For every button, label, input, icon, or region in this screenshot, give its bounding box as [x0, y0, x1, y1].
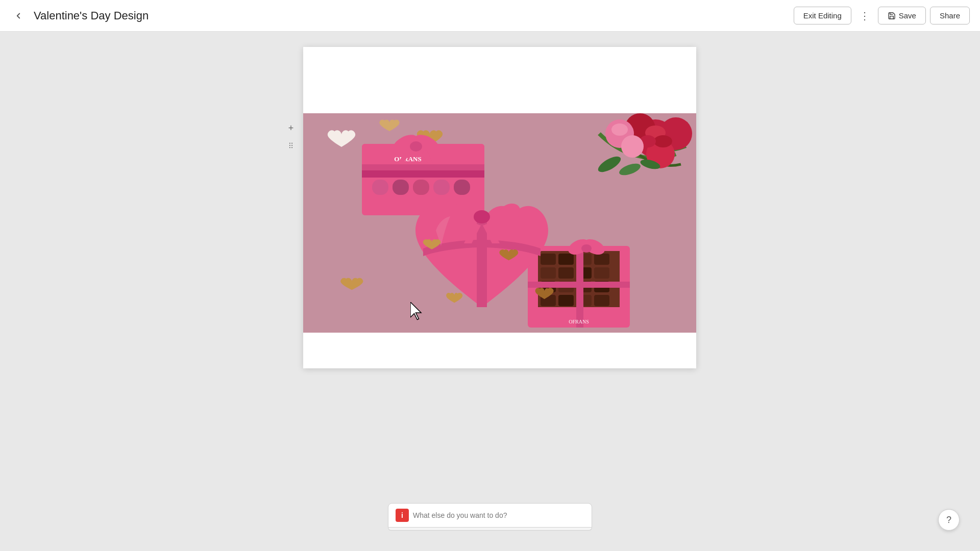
- svg-rect-27: [558, 267, 574, 279]
- svg-rect-9: [362, 164, 484, 170]
- prompt-input[interactable]: [413, 511, 584, 519]
- image-block[interactable]: OFRANS: [303, 113, 696, 333]
- share-button[interactable]: Share: [930, 7, 970, 24]
- svg-rect-12: [393, 180, 409, 195]
- svg-rect-11: [372, 180, 388, 195]
- exit-editing-button[interactable]: Exit Editing: [794, 7, 851, 24]
- prompt-icon: i: [396, 509, 409, 522]
- back-button[interactable]: [10, 8, 27, 24]
- svg-point-0: [289, 143, 290, 144]
- svg-text:OFRANS: OFRANS: [569, 319, 589, 324]
- header: Valentine's Day Design Exit Editing ⋮ Sa…: [0, 0, 980, 32]
- save-button[interactable]: Save: [878, 7, 926, 24]
- svg-point-4: [289, 147, 290, 148]
- svg-rect-37: [594, 295, 609, 306]
- svg-point-54: [611, 123, 628, 136]
- svg-rect-35: [558, 295, 574, 306]
- svg-point-3: [291, 145, 292, 146]
- svg-rect-23: [558, 254, 574, 265]
- svg-rect-39: [528, 282, 630, 288]
- svg-rect-10: [362, 170, 484, 178]
- help-button[interactable]: ?: [938, 509, 960, 531]
- add-block-button[interactable]: +: [284, 121, 298, 135]
- document-title: Valentine's Day Design: [34, 9, 149, 22]
- svg-point-50: [654, 135, 672, 147]
- valentines-image: OFRANS: [303, 113, 696, 333]
- svg-point-44: [474, 210, 490, 223]
- save-label: Save: [899, 11, 916, 20]
- canvas-page: OFRANS: [303, 47, 696, 368]
- drag-block-button[interactable]: [284, 138, 298, 153]
- svg-point-5: [291, 147, 292, 148]
- block-controls: +: [284, 47, 298, 153]
- svg-point-1: [291, 143, 292, 144]
- svg-rect-22: [541, 254, 556, 265]
- header-left: Valentine's Day Design: [10, 8, 149, 24]
- prompt-bar-bottom: [388, 528, 592, 531]
- svg-point-2: [289, 145, 290, 146]
- canvas-bottom-space: [303, 333, 696, 368]
- more-options-button[interactable]: ⋮: [855, 7, 874, 25]
- svg-rect-29: [594, 267, 609, 279]
- header-right: Exit Editing ⋮ Save Share: [794, 7, 970, 25]
- prompt-bar-wrapper: i: [388, 503, 592, 531]
- svg-point-53: [621, 135, 644, 158]
- canvas-top-space: [303, 47, 696, 113]
- svg-rect-13: [413, 180, 429, 195]
- svg-rect-26: [541, 267, 556, 279]
- svg-point-19: [410, 141, 422, 152]
- svg-point-42: [581, 244, 592, 253]
- svg-rect-25: [594, 254, 609, 265]
- prompt-bar[interactable]: i: [388, 503, 592, 528]
- svg-rect-14: [433, 180, 450, 195]
- svg-rect-15: [454, 180, 470, 195]
- page-wrapper: +: [284, 47, 696, 368]
- canvas-area: +: [0, 32, 980, 551]
